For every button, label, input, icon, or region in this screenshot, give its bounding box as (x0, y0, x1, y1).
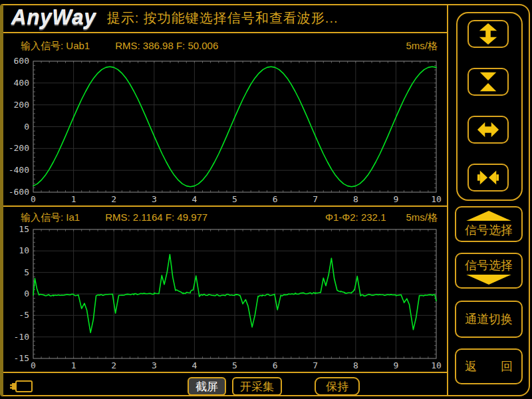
screenshot-button[interactable]: 截屏 (188, 377, 226, 396)
voltage-chart-panel: 输入信号: Uab1 RMS: 386.98 F: 50.006 5ms/格 6… (3, 33, 447, 207)
anyway-logo: AnyWay (3, 6, 96, 30)
top-bar: AnyWay 提示: 按功能键选择信号和查看波形... (3, 4, 447, 33)
svg-text:1: 1 (71, 194, 76, 204)
svg-text:15: 15 (19, 225, 29, 234)
signal-select-up-label: 信号选择 (465, 222, 513, 238)
svg-text:-10: -10 (14, 332, 29, 342)
phase-difference-readout: Φ1-Φ2: 232.1 (325, 211, 386, 224)
current-signal-label: 输入信号: Ia1 (21, 211, 80, 224)
current-chart-header: 输入信号: Ia1 RMS: 2.1164 F: 49.977 Φ1-Φ2: 2… (21, 211, 438, 224)
battery-icon (10, 379, 34, 394)
voltage-chart-header: 输入信号: Uab1 RMS: 386.98 F: 50.006 5ms/格 (21, 40, 438, 53)
svg-text:400: 400 (14, 78, 29, 88)
svg-text:0: 0 (24, 122, 29, 132)
horizontal-compress-icon (477, 166, 499, 189)
svg-text:10: 10 (431, 194, 442, 204)
voltage-waveform-plot: 6004002000-200-400-600012345678910 (3, 57, 447, 205)
svg-text:2: 2 (111, 360, 116, 370)
current-rms-freq-readout: RMS: 2.1164 F: 49.977 (105, 211, 207, 224)
svg-text:9: 9 (393, 194, 398, 204)
signal-select-up-button[interactable]: 信号选择 (455, 206, 523, 242)
svg-text:7: 7 (313, 194, 318, 204)
svg-text:-200: -200 (9, 143, 29, 153)
svg-text:-600: -600 (9, 187, 29, 197)
zoom-horizontal-compress-button[interactable] (467, 164, 509, 192)
voltage-timebase-label: 5ms/格 (406, 40, 438, 53)
svg-text:2: 2 (111, 194, 116, 204)
triangle-down-icon (464, 275, 514, 285)
svg-text:9: 9 (393, 360, 398, 370)
svg-text:-5: -5 (19, 310, 29, 320)
svg-text:4: 4 (192, 194, 197, 204)
hold-button[interactable]: 保持 (315, 377, 360, 396)
zoom-horizontal-expand-button[interactable] (467, 116, 509, 144)
current-chart-panel: 输入信号: Ia1 RMS: 2.1164 F: 49.977 Φ1-Φ2: 2… (3, 207, 447, 373)
svg-text:6: 6 (273, 360, 278, 370)
svg-text:8: 8 (353, 360, 358, 370)
zoom-vertical-compress-button[interactable] (467, 68, 509, 96)
svg-text:10: 10 (431, 360, 442, 370)
voltage-signal-label: 输入信号: Uab1 (21, 40, 90, 53)
svg-text:5: 5 (24, 267, 29, 277)
zoom-vertical-expand-button[interactable] (467, 20, 509, 48)
vertical-compress-icon (477, 70, 499, 93)
triangle-up-icon (464, 211, 514, 221)
current-timebase-label: 5ms/格 (406, 211, 438, 224)
main-area: AnyWay 提示: 按功能键选择信号和查看波形... 输入信号: Uab1 R… (3, 4, 447, 395)
return-label: 返 回 (465, 358, 513, 374)
vertical-expand-icon (477, 23, 499, 45)
svg-text:0: 0 (31, 360, 36, 370)
svg-text:-400: -400 (9, 165, 29, 175)
svg-text:4: 4 (192, 360, 197, 370)
svg-text:0: 0 (24, 289, 29, 299)
svg-text:-15: -15 (14, 353, 29, 363)
svg-text:7: 7 (313, 360, 318, 370)
analyzer-screen: AnyWay 提示: 按功能键选择信号和查看波形... 输入信号: Uab1 R… (0, 0, 532, 399)
horizontal-expand-icon (477, 118, 499, 141)
voltage-rms-freq-readout: RMS: 386.98 F: 50.006 (115, 40, 218, 53)
return-button[interactable]: 返 回 (455, 348, 523, 384)
svg-text:10: 10 (19, 245, 29, 255)
channel-switch-label: 通道切换 (465, 311, 513, 327)
svg-text:200: 200 (14, 100, 29, 110)
svg-text:600: 600 (14, 57, 29, 66)
svg-text:6: 6 (273, 194, 278, 204)
svg-text:0: 0 (31, 194, 36, 204)
svg-text:5: 5 (232, 360, 237, 370)
svg-text:5: 5 (232, 194, 237, 204)
waveform-zoom-button-group (456, 12, 523, 201)
bottom-bar: 截屏 开采集 保持 (3, 374, 447, 398)
current-waveform-plot: 151050-5-10-15012345678910 (3, 225, 447, 372)
svg-text:3: 3 (152, 194, 157, 204)
channel-switch-button[interactable]: 通道切换 (455, 301, 523, 338)
function-key-sidebar: 信号选择 信号选择 通道切换 返 回 (447, 4, 530, 395)
start-capture-button[interactable]: 开采集 (232, 377, 282, 396)
svg-text:8: 8 (353, 194, 358, 204)
signal-select-down-label: 信号选择 (465, 257, 513, 273)
signal-select-down-button[interactable]: 信号选择 (455, 253, 523, 289)
svg-text:3: 3 (152, 360, 157, 370)
svg-text:1: 1 (71, 360, 76, 370)
prompt-text: 提示: 按功能键选择信号和查看波形... (107, 9, 338, 27)
